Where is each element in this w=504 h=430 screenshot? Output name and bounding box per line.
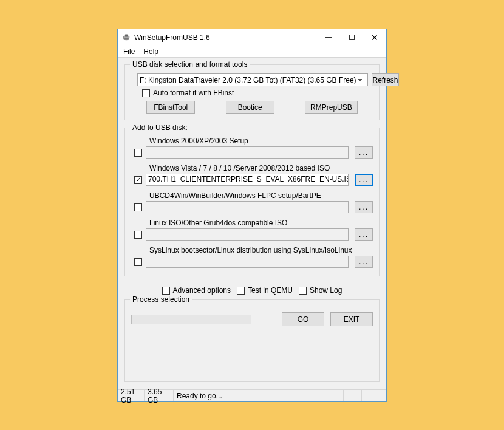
browse-button[interactable]: ...	[355, 201, 373, 213]
menu-help[interactable]: Help	[139, 47, 163, 56]
progress-bar	[131, 315, 251, 324]
exit-button[interactable]: EXIT	[330, 312, 373, 326]
status-free: 3.65 GB	[145, 390, 174, 401]
go-button[interactable]: GO	[282, 312, 324, 326]
add-item-label: UBCD4Win/WinBuilder/Windows FLPC setup/B…	[149, 191, 373, 200]
test-in-qemu-label: Test in QEMU	[248, 286, 293, 295]
browse-button[interactable]: ...	[355, 256, 373, 268]
minimize-button[interactable]	[317, 29, 340, 46]
browse-button[interactable]: ...	[355, 146, 373, 159]
titlebar: WinSetupFromUSB 1.6 ✕	[118, 29, 386, 46]
window-title: WinSetupFromUSB 1.6	[134, 33, 317, 42]
process-legend: Process selection	[130, 295, 192, 304]
browse-button[interactable]: ...	[355, 228, 373, 241]
fbinst-tool-button[interactable]: FBinstTool	[146, 101, 195, 114]
app-icon	[121, 33, 131, 43]
add-item-1: Windows Vista / 7 / 8 / 10 /Server 2008/…	[131, 164, 373, 186]
add-item-label: Linux ISO/Other Grub4dos compatible ISO	[149, 219, 373, 227]
add-item-label: SysLinux bootsector/Linux distribution u…	[149, 246, 373, 254]
maximize-button[interactable]	[340, 29, 363, 46]
add-item-checkbox[interactable]	[134, 258, 142, 266]
status-message: Ready to go...	[174, 390, 344, 401]
menubar: File Help	[118, 46, 386, 58]
show-log-checkbox[interactable]	[299, 287, 307, 295]
add-item-checkbox[interactable]	[134, 203, 142, 211]
menu-file[interactable]: File	[119, 47, 139, 56]
add-item-path	[146, 256, 349, 268]
add-to-usb-group: Add to USB disk: Windows 2000/XP/2003 Se…	[124, 128, 380, 276]
auto-format-label: Auto format it with FBinst	[153, 89, 234, 97]
bootice-button[interactable]: Bootice	[226, 101, 274, 114]
status-used: 2.51 GB	[118, 390, 145, 401]
add-item-path	[146, 228, 349, 241]
status-spare-2	[362, 390, 386, 401]
window-body: USB disk selection and format tools F: K…	[118, 58, 386, 389]
test-in-qemu-checkbox[interactable]	[237, 287, 245, 295]
add-item-path	[146, 146, 349, 159]
statusbar: 2.51 GB 3.65 GB Ready to go...	[118, 389, 386, 401]
svg-rect-2	[125, 34, 128, 36]
options-row: Advanced options Test in QEMU Show Log	[124, 286, 380, 295]
disk-select[interactable]: F: Kingston DataTraveler 2.0 (3.72 GB To…	[137, 73, 368, 86]
show-log-label: Show Log	[310, 286, 342, 295]
add-item-label: Windows 2000/XP/2003 Setup	[149, 137, 373, 145]
add-to-usb-legend: Add to USB disk:	[130, 123, 190, 132]
refresh-button[interactable]: Refresh	[372, 73, 399, 86]
advanced-options-checkbox[interactable]	[162, 287, 170, 295]
add-item-3: Linux ISO/Other Grub4dos compatible ISO.…	[131, 219, 373, 241]
add-item-checkbox[interactable]	[134, 231, 142, 239]
app-window: WinSetupFromUSB 1.6 ✕ File Help USB disk…	[117, 29, 387, 402]
add-item-label: Windows Vista / 7 / 8 / 10 /Server 2008/…	[149, 164, 373, 172]
auto-format-checkbox[interactable]	[142, 89, 150, 97]
status-spare-1	[344, 390, 362, 401]
browse-button[interactable]: ...	[355, 174, 373, 186]
close-button[interactable]: ✕	[363, 29, 386, 46]
add-item-checkbox[interactable]	[134, 176, 142, 184]
add-item-0: Windows 2000/XP/2003 Setup...	[131, 137, 373, 159]
add-item-4: SysLinux bootsector/Linux distribution u…	[131, 246, 373, 268]
add-item-path	[146, 201, 349, 213]
add-item-path[interactable]: 700.TH1_CLIENTENTERPRISE_S_EVAL_X86FRE_E…	[146, 174, 349, 186]
rmprepusb-button[interactable]: RMPrepUSB	[305, 101, 358, 114]
add-item-checkbox[interactable]	[134, 149, 142, 157]
process-group: Process selection GO EXIT	[124, 299, 380, 382]
advanced-options-label: Advanced options	[173, 286, 231, 295]
add-item-2: UBCD4Win/WinBuilder/Windows FLPC setup/B…	[131, 191, 373, 213]
disk-selection-legend: USB disk selection and format tools	[130, 60, 250, 69]
disk-selection-group: USB disk selection and format tools F: K…	[124, 64, 380, 120]
